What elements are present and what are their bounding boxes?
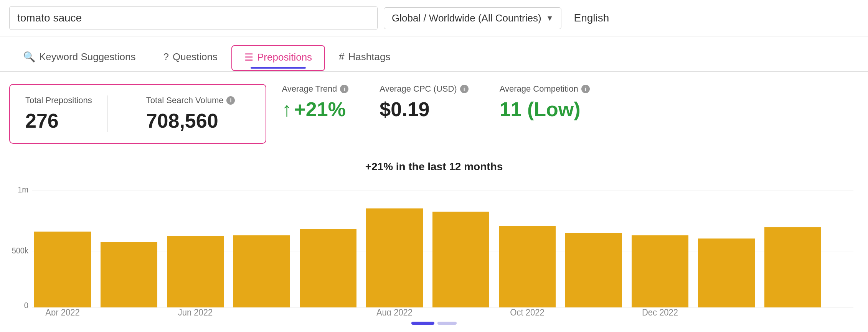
question-icon: ? — [163, 51, 168, 63]
average-trend-value: ↑+21% — [282, 98, 348, 121]
average-cpc-info-icon[interactable]: i — [460, 85, 469, 93]
average-trend-label: Average Trend i — [282, 84, 348, 94]
hashtag-icon: # — [339, 51, 344, 63]
bar-nov-2022 — [565, 233, 622, 307]
average-trend-info-icon[interactable]: i — [340, 85, 348, 93]
plain-stats: Average Trend i ↑+21% Average CPC (USD) … — [282, 84, 605, 144]
region-selector[interactable]: Global / Worldwide (All Countries) ▼ — [384, 7, 561, 29]
svg-text:500k: 500k — [12, 246, 29, 255]
average-competition-label: Average Competition i — [500, 84, 590, 94]
x-label-aug-2022: Aug 2022 — [376, 307, 413, 316]
average-competition-info-icon[interactable]: i — [581, 85, 590, 93]
highlighted-stats-card: Total Prepositions 276 Total Search Volu… — [9, 84, 266, 144]
average-cpc-stat: Average CPC (USD) i $0.19 — [364, 84, 484, 144]
chart-section: +21% in the last 12 months 1m 500k 0 — [0, 151, 868, 332]
bar-mar-2022 — [34, 232, 91, 307]
tab-prepositions[interactable]: ☰ Prepositions — [231, 45, 325, 71]
average-cpc-value: $0.19 — [380, 98, 468, 121]
scroll-indicator[interactable] — [9, 322, 859, 331]
tab-navigation: 🔍 Keyword Suggestions ? Questions ☰ Prep… — [0, 36, 868, 72]
tab-prepositions-label: Prepositions — [257, 51, 312, 63]
bar-feb-2023 — [764, 227, 821, 307]
bar-sep-2022 — [432, 212, 489, 307]
chart-title: +21% in the last 12 months — [9, 161, 859, 173]
bar-jul-2022 — [300, 229, 356, 307]
total-search-volume-value: 708,560 — [146, 109, 235, 132]
scroll-track[interactable] — [437, 322, 457, 325]
tab-keyword-suggestions[interactable]: 🔍 Keyword Suggestions — [9, 44, 149, 71]
trend-arrow-up-icon: ↑ — [282, 98, 292, 121]
tab-hashtags[interactable]: # Hashtags — [325, 44, 404, 71]
x-label-jun-2022: Jun 2022 — [178, 307, 213, 316]
bar-chart: 1m 500k 0 — [9, 185, 859, 316]
header: Global / Worldwide (All Countries) ▼ Eng… — [0, 0, 868, 36]
svg-text:0: 0 — [24, 301, 28, 310]
tab-keyword-suggestions-label: Keyword Suggestions — [39, 51, 135, 63]
average-trend-stat: Average Trend i ↑+21% — [282, 84, 364, 144]
bar-oct-2022 — [499, 226, 556, 307]
svg-text:1m: 1m — [18, 185, 28, 194]
average-competition-value: 11 (Low) — [500, 98, 590, 121]
bar-may-2022 — [167, 236, 224, 307]
bar-dec-2022 — [632, 235, 688, 307]
tab-active-underline — [251, 67, 306, 69]
tab-questions-label: Questions — [173, 51, 218, 63]
total-search-volume-info-icon[interactable]: i — [226, 96, 235, 105]
search-icon: 🔍 — [23, 51, 35, 63]
stats-area: Total Prepositions 276 Total Search Volu… — [0, 72, 868, 144]
chevron-down-icon: ▼ — [546, 14, 554, 23]
language-label: English — [568, 7, 615, 29]
chart-container: 1m 500k 0 — [9, 185, 859, 316]
tab-hashtags-label: Hashtags — [348, 51, 391, 63]
region-label: Global / Worldwide (All Countries) — [392, 12, 541, 24]
x-label-apr-2022: Apr 2022 — [45, 307, 79, 316]
average-competition-stat: Average Competition i 11 (Low) — [484, 84, 605, 144]
total-search-volume-stat: Total Search Volume i 708,560 — [131, 95, 251, 132]
scroll-thumb[interactable] — [411, 322, 434, 325]
average-cpc-label: Average CPC (USD) i — [380, 84, 468, 94]
x-label-dec-2022: Dec 2022 — [642, 307, 678, 316]
search-input[interactable] — [9, 6, 378, 30]
x-label-oct-2022: Oct 2022 — [510, 307, 544, 316]
bar-apr-2022 — [101, 242, 157, 307]
total-search-volume-label: Total Search Volume i — [146, 95, 235, 105]
list-icon: ☰ — [244, 51, 253, 63]
bar-jan-2023 — [698, 238, 755, 307]
total-prepositions-stat: Total Prepositions 276 — [25, 95, 108, 132]
bar-jun-2022 — [233, 235, 290, 307]
bar-aug-2022 — [366, 209, 423, 307]
tab-questions[interactable]: ? Questions — [149, 44, 231, 71]
total-prepositions-value: 276 — [25, 109, 92, 132]
total-prepositions-label: Total Prepositions — [25, 95, 92, 105]
